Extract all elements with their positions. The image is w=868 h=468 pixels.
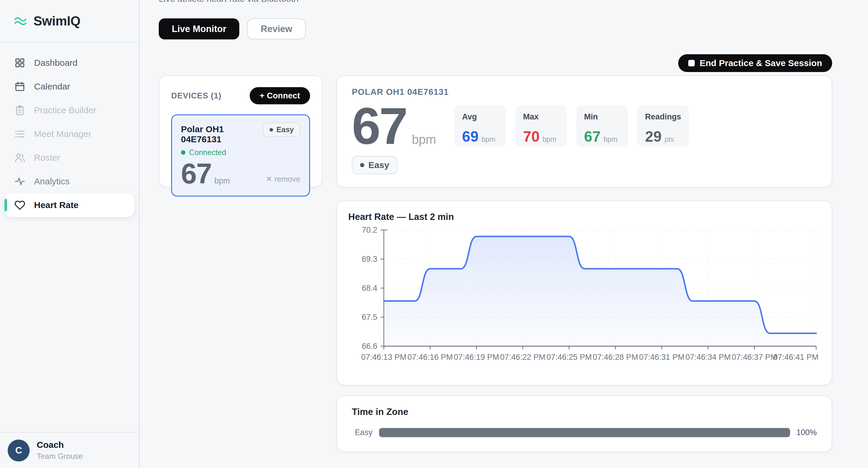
swimiq-waves-icon [14, 14, 27, 28]
sidebar-item-label: Roster [34, 153, 60, 163]
svg-text:07:46:28 PM: 07:46:28 PM [593, 353, 638, 361]
device-status-label: Connected [189, 148, 226, 157]
view-tabs: Live Monitor Review [159, 19, 832, 39]
sidebar-item-label: Analytics [34, 176, 70, 186]
sidebar-item-label: Meet Manager [34, 129, 91, 139]
sidebar-item-analytics[interactable]: Analytics [4, 170, 134, 193]
device-status: Connected [181, 148, 300, 157]
heart-rate-chart: 70.269.368.467.566.607:46:13 PM07:46:16 … [348, 227, 820, 369]
page-subtitle: Live athlete heart rate via Bluetooth [159, 0, 299, 4]
sidebar-item-label: Calendar [34, 82, 70, 92]
heart-rate-line-chart: 70.269.368.467.566.607:46:13 PM07:46:16 … [348, 227, 820, 367]
sidebar-item-heart-rate[interactable]: Heart Rate [4, 193, 134, 217]
zone-dot-icon [360, 163, 364, 167]
device-card-top: Polar OH1 04E76131 Easy [181, 122, 300, 144]
device-zone-label: Easy [277, 125, 294, 134]
devices-title: DEVICES (1) [171, 91, 221, 100]
end-practice-button[interactable]: End Practice & Save Session [678, 54, 832, 72]
connect-device-button[interactable]: + Connect [250, 87, 310, 104]
remove-device-button[interactable]: ✕ remove [266, 175, 301, 188]
app-root: SwimIQ DashboardCalendarPractice Builder… [0, 0, 868, 468]
stat-value: 29 [645, 128, 661, 145]
user-team: Team Grouse [37, 452, 83, 461]
svg-text:07:46:34 PM: 07:46:34 PM [685, 353, 731, 361]
end-practice-label: End Practice & Save Session [700, 58, 822, 68]
current-bpm-unit: bpm [412, 133, 436, 147]
current-bpm-value: 67 [352, 100, 407, 152]
time-in-zone-title: Time in Zone [352, 407, 817, 417]
user-row[interactable]: C Coach Team Grouse [0, 432, 139, 468]
content-row: DEVICES (1) + Connect Polar OH1 04E76131… [159, 75, 832, 452]
activity-icon [14, 175, 26, 187]
grid-icon [14, 57, 26, 69]
current-zone-label: Easy [368, 160, 389, 170]
svg-text:07:46:13 PM: 07:46:13 PM [361, 353, 406, 361]
sidebar: SwimIQ DashboardCalendarPractice Builder… [0, 0, 140, 468]
current-zone-badge: Easy [352, 156, 397, 174]
user-name: Coach [37, 440, 83, 450]
svg-text:07:46:16 PM: 07:46:16 PM [407, 353, 453, 361]
stat-card-avg: Avg69bpm [454, 105, 506, 147]
calendar-icon [14, 81, 26, 92]
device-card[interactable]: Polar OH1 04E76131 Easy Connected 67bpm [171, 114, 310, 197]
remove-label: remove [275, 175, 300, 184]
device-name: Polar OH1 04E76131 [181, 122, 263, 144]
device-bpm-value: 67 [181, 158, 212, 189]
device-bpm-reading: 67bpm [181, 159, 230, 188]
svg-text:66.6: 66.6 [362, 342, 377, 351]
connected-dot-icon [181, 150, 185, 155]
svg-text:07:46:41 PM: 07:46:41 PM [773, 353, 818, 361]
heart-rate-chart-panel: Heart Rate — Last 2 min 70.269.368.467.5… [336, 200, 832, 385]
svg-text:70.2: 70.2 [362, 227, 377, 234]
avatar: C [8, 440, 30, 462]
sidebar-item-label: Practice Builder [34, 105, 96, 115]
stat-card-max: Max70bpm [515, 105, 567, 147]
stats-body: 67 bpm Avg69bpmMax70bpmMin67bpmReadings2… [352, 100, 817, 152]
sidebar-item-practice-builder[interactable]: Practice Builder [4, 98, 134, 122]
zone-row: Easy [352, 156, 817, 174]
device-card-bottom: 67bpm ✕ remove [181, 159, 300, 188]
clipboard-icon [14, 104, 26, 116]
svg-text:07:46:19 PM: 07:46:19 PM [454, 353, 499, 361]
time-in-zone-rows: Easy100% [352, 428, 817, 437]
live-stats-panel: POLAR OH1 04E76131 67 bpm Avg69bpmMax70b… [336, 75, 832, 187]
stat-label: Max [523, 112, 559, 121]
svg-text:07:46:25 PM: 07:46:25 PM [547, 353, 592, 361]
tab-review[interactable]: Review [247, 19, 306, 39]
brand: SwimIQ [0, 0, 139, 43]
sidebar-item-roster[interactable]: Roster [4, 146, 134, 170]
monitor-device-title: POLAR OH1 04E76131 [352, 87, 817, 97]
svg-text:07:46:31 PM: 07:46:31 PM [639, 353, 684, 361]
brand-name: SwimIQ [33, 13, 80, 28]
stat-unit: pts [664, 135, 674, 143]
devices-header: DEVICES (1) + Connect [171, 87, 310, 104]
user-meta: Coach Team Grouse [37, 440, 83, 461]
device-zone-badge: Easy [263, 122, 300, 137]
close-icon: ✕ [266, 175, 273, 184]
stat-unit: bpm [482, 135, 495, 143]
sidebar-item-dashboard[interactable]: Dashboard [4, 51, 134, 75]
stat-card-readings: Readings29pts [637, 105, 689, 147]
svg-text:07:46:22 PM: 07:46:22 PM [500, 353, 546, 361]
stat-value: 69 [462, 128, 478, 145]
stop-icon [688, 60, 695, 66]
zone-percent: 100% [790, 428, 817, 437]
heart-icon [14, 199, 26, 211]
sidebar-item-meet-manager[interactable]: Meet Manager [4, 122, 134, 146]
stat-value: 67 [584, 128, 600, 145]
current-heart-rate: 67 bpm [352, 100, 436, 152]
zone-name: Easy [352, 428, 373, 437]
users-icon [14, 152, 26, 164]
sidebar-item-label: Heart Rate [34, 200, 79, 210]
stat-value: 70 [523, 128, 539, 145]
main-content: Live athlete heart rate via Bluetooth Li… [140, 0, 868, 468]
stat-label: Avg [462, 112, 498, 121]
tab-live-monitor[interactable]: Live Monitor [159, 19, 239, 39]
device-bpm-unit: bpm [214, 176, 230, 185]
stat-label: Readings [645, 112, 681, 121]
svg-text:69.3: 69.3 [362, 255, 377, 263]
svg-text:67.5: 67.5 [362, 313, 377, 322]
sidebar-item-label: Dashboard [34, 58, 78, 68]
sidebar-item-calendar[interactable]: Calendar [4, 75, 134, 98]
svg-text:07:46:37 PM: 07:46:37 PM [732, 353, 777, 361]
